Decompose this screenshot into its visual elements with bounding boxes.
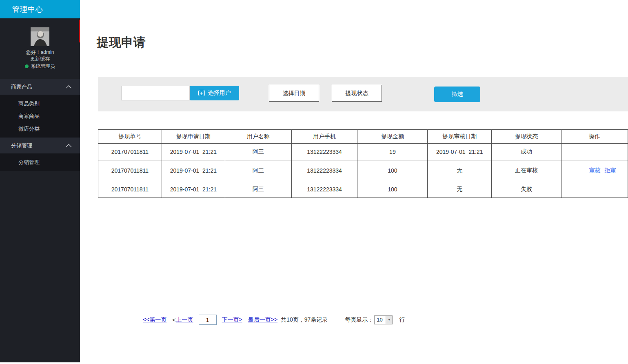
chevron-up-icon xyxy=(66,142,72,149)
first-page-link[interactable]: <<第一页 xyxy=(143,316,166,324)
user-greeting: 您好！admin xyxy=(0,49,80,55)
user-role: 系统管理员 xyxy=(31,63,55,70)
app-header: 管理中心 xyxy=(0,0,80,18)
table-row: 201707011811 2019-07-01 21:21 阿三 1312222… xyxy=(98,160,628,181)
cell-review-date: 无 xyxy=(428,181,492,198)
col-header-status: 提现状态 xyxy=(492,130,561,144)
sidebar: 管理中心 您好！admin 更新缓存 系统管理员 商家产品 商品类 xyxy=(0,0,80,362)
withdraw-status-filter-button[interactable]: 提现状态 xyxy=(332,85,382,102)
sidebar-group-label: 商家产品 xyxy=(11,83,32,91)
online-status-icon xyxy=(25,64,29,68)
col-header-amount: 提现金额 xyxy=(357,130,428,144)
col-header-actions: 操作 xyxy=(561,130,628,144)
approve-link[interactable]: 审核 xyxy=(589,167,600,173)
prev-arrow: < xyxy=(172,317,175,323)
cell-user-name: 阿三 xyxy=(225,181,291,198)
dropdown-arrow-icon: ▼ xyxy=(386,316,392,324)
cell-apply-date: 2019-07-01 21:21 xyxy=(162,181,225,198)
cell-apply-date: 2019-07-01 21:21 xyxy=(162,144,225,160)
cell-review-date: 2019-07-01 21:21 xyxy=(428,144,492,160)
user-search-input[interactable] xyxy=(121,86,190,100)
next-page-link[interactable]: 下一页> xyxy=(222,316,242,324)
main-content: 提现申请 + 选择用户 选择日期 提现状态 筛选 提现单号 提现申请日期 用户名… xyxy=(80,0,628,364)
cell-actions xyxy=(561,181,628,198)
sidebar-menu: 商家产品 商品类别 商家商品 微店分类 分销管理 分销管理 xyxy=(0,79,80,171)
cell-actions xyxy=(561,144,628,160)
per-page-label: 每页显示： xyxy=(345,316,373,324)
select-user-button[interactable]: + 选择用户 xyxy=(190,86,239,100)
reject-link[interactable]: 拒审 xyxy=(604,167,616,173)
cell-amount: 19 xyxy=(357,144,428,160)
sidebar-group-merchant-products[interactable]: 商家产品 xyxy=(0,79,80,95)
cell-order-no: 201707011811 xyxy=(98,160,162,181)
per-page-select[interactable]: 10 ▼ xyxy=(374,315,393,324)
sidebar-item-distribution-mgmt[interactable]: 分销管理 xyxy=(0,156,80,169)
filter-bar: + 选择用户 选择日期 提现状态 筛选 xyxy=(98,77,628,111)
per-page-value: 10 xyxy=(375,317,386,323)
page-title: 提现申请 xyxy=(97,34,146,51)
select-user-label: 选择用户 xyxy=(208,89,231,97)
last-page-link[interactable]: 最后一页>> xyxy=(248,316,277,324)
table-row: 201707011811 2019-07-01 21:21 阿三 1312222… xyxy=(98,144,628,160)
cell-status: 正在审核 xyxy=(492,160,561,181)
filter-button[interactable]: 筛选 xyxy=(434,87,480,102)
col-header-order-no: 提现单号 xyxy=(98,130,162,144)
sidebar-group-distribution[interactable]: 分销管理 xyxy=(0,138,80,153)
refresh-cache-link[interactable]: 更新缓存 xyxy=(0,55,80,62)
sidebar-item-product-category[interactable]: 商品类别 xyxy=(0,97,80,110)
sidebar-group-label: 分销管理 xyxy=(11,142,32,149)
avatar xyxy=(31,27,49,46)
rows-unit-label: 行 xyxy=(399,316,405,324)
cell-user-name: 阿三 xyxy=(225,144,291,160)
page-number-input[interactable] xyxy=(199,315,217,325)
submenu-distribution: 分销管理 xyxy=(0,153,80,171)
user-block: 您好！admin 更新缓存 系统管理员 xyxy=(0,18,80,70)
cell-review-date: 无 xyxy=(428,160,492,181)
cell-order-no: 201707011811 xyxy=(98,181,162,198)
prev-page-link[interactable]: 上一页 xyxy=(176,316,193,324)
pagination: <<第一页 < 上一页 下一页> 最后一页>> 共10页，97条记录 每页显示：… xyxy=(143,315,405,325)
select-date-button[interactable]: 选择日期 xyxy=(269,85,319,102)
withdrawals-table: 提现单号 提现申请日期 用户名称 用户手机 提现金额 提现审核日期 提现状态 操… xyxy=(98,129,628,198)
cell-apply-date: 2019-07-01 21:21 xyxy=(162,160,225,181)
col-header-phone: 用户手机 xyxy=(291,130,357,144)
cell-amount: 100 xyxy=(357,181,428,198)
col-header-apply-date: 提现申请日期 xyxy=(162,130,225,144)
col-header-review-date: 提现审核日期 xyxy=(428,130,492,144)
records-summary: 共10页，97条记录 xyxy=(281,316,328,324)
cell-amount: 100 xyxy=(357,160,428,181)
col-header-user-name: 用户名称 xyxy=(225,130,291,144)
table-header-row: 提现单号 提现申请日期 用户名称 用户手机 提现金额 提现审核日期 提现状态 操… xyxy=(98,130,628,144)
cell-actions: 审核拒审 xyxy=(561,160,628,181)
app-title: 管理中心 xyxy=(12,4,43,14)
cell-status: 成功 xyxy=(492,144,561,160)
cell-status: 失败 xyxy=(492,181,561,198)
cell-phone: 13122223334 xyxy=(291,181,357,198)
cell-phone: 13122223334 xyxy=(291,160,357,181)
submenu-merchant-products: 商品类别 商家商品 微店分类 xyxy=(0,95,80,138)
chevron-up-icon xyxy=(66,84,72,90)
table-row: 201707011811 2019-07-01 21:21 阿三 1312222… xyxy=(98,181,628,198)
cell-phone: 13122223334 xyxy=(291,144,357,160)
sidebar-item-microstore-category[interactable]: 微店分类 xyxy=(0,122,80,135)
plus-icon: + xyxy=(198,90,205,96)
cell-order-no: 201707011811 xyxy=(98,144,162,160)
cell-user-name: 阿三 xyxy=(225,160,291,181)
sidebar-item-merchant-goods[interactable]: 商家商品 xyxy=(0,110,80,122)
